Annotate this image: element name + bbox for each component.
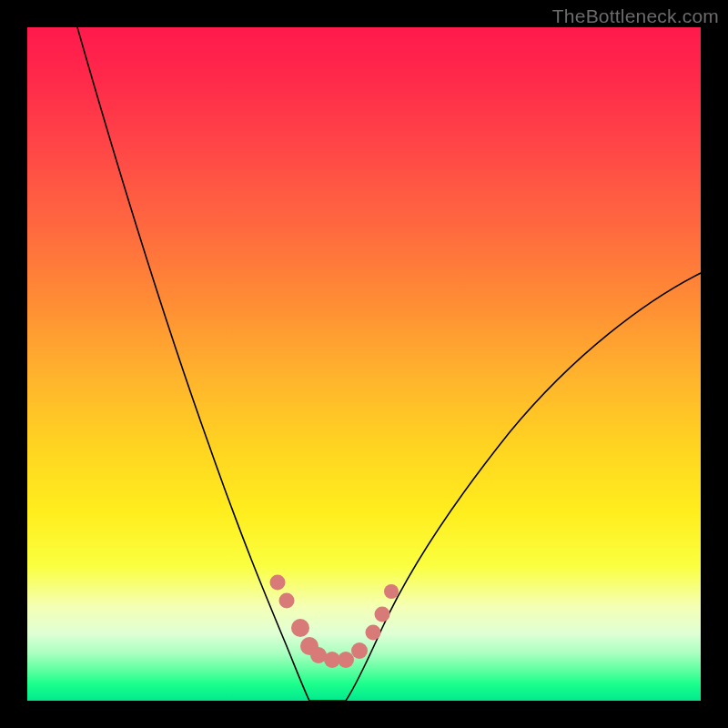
- bead-right-1: [351, 642, 368, 659]
- bead-right-2: [366, 625, 381, 641]
- curve-right-branch: [346, 273, 701, 701]
- bead-right-4: [384, 584, 399, 599]
- bead-left-3: [279, 593, 295, 609]
- bead-right-3: [375, 607, 390, 622]
- curve-left-branch: [77, 27, 309, 701]
- bead-floor-3: [338, 652, 354, 668]
- bead-left-2: [270, 575, 286, 591]
- chart-svg: [27, 27, 701, 701]
- watermark-text: TheBottleneck.com: [552, 5, 719, 27]
- bead-left-4: [291, 619, 309, 637]
